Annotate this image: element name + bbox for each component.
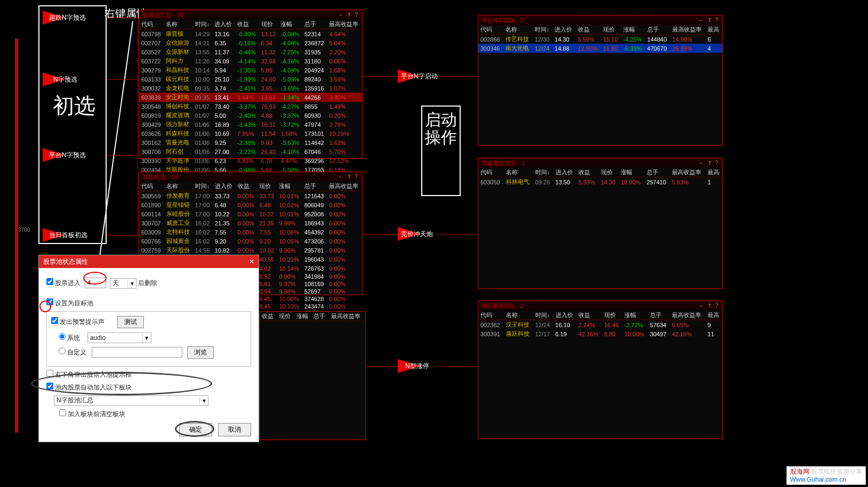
table-row[interactable]: 300391康跃科技12/176.1942.16%8.8010.00%30497…	[478, 329, 722, 338]
pool-title-icons[interactable]: ← ⇑ ?	[698, 301, 719, 311]
table-row[interactable]: 300706阿石创01/0627.00-2.22%26.40-4.10%6704…	[139, 147, 362, 156]
unit-combo[interactable]: 天▾	[110, 278, 136, 289]
table-row[interactable]: 601890亚星锚链17:006.480.00%6.4810.02%806049…	[139, 200, 362, 209]
table-row[interactable]: 002759天际股份14:5510.820.00%10.829.96%29578…	[139, 246, 362, 255]
column-header[interactable]: 涨幅	[622, 311, 648, 320]
test-button[interactable]: 测试	[117, 316, 144, 328]
pool-title-icons[interactable]: ← ⇑ ?	[338, 172, 359, 182]
table-row[interactable]: 300559佳发教育17:0033.730.00%33.7310.01%1216…	[139, 191, 362, 201]
days-input[interactable]	[85, 278, 106, 288]
column-header[interactable]: 进入价	[553, 168, 577, 177]
table-row[interactable]: 002866传艺科技12/3014.305.59%15.10-4.25%1448…	[478, 35, 722, 44]
table-row[interactable]: 300162雷曼光电01/069.25-2.38%9.03-3.63%11484…	[139, 138, 362, 147]
column-header[interactable]: 现价	[259, 20, 279, 29]
column-header[interactable]: 名称	[164, 20, 192, 29]
column-header[interactable]: 时间↓	[193, 182, 213, 191]
column-header[interactable]: 最高收益率	[329, 312, 365, 321]
column-header[interactable]: 代码	[478, 168, 504, 177]
pool-title-icons[interactable]: ← ⇑ ?	[338, 10, 359, 20]
column-header[interactable]: 总手	[302, 20, 327, 29]
column-header[interactable]: 收益	[576, 168, 599, 177]
sector-combo[interactable]: N字股池汇总▾	[54, 395, 208, 406]
column-header[interactable]: 最高	[705, 168, 722, 177]
browse-button[interactable]: 浏览	[187, 346, 214, 359]
table-row[interactable]: 300390天华超净01/066.238.83%6.784.47%3692961…	[139, 156, 362, 165]
checkbox-stock-enter[interactable]: 股票进入	[46, 279, 81, 287]
ok-button[interactable]: 确定	[179, 423, 212, 436]
column-header[interactable]: 现价	[257, 182, 277, 191]
table-row[interactable]: 300346南大光电12/2414.8812.90%16.80-6.35%470…	[478, 44, 722, 53]
column-header[interactable]: 最高收益率	[670, 25, 705, 35]
table-row[interactable]: 300707威唐工业16:0221.350.00%21.359.99%18694…	[139, 218, 362, 228]
column-header[interactable]: 收益	[576, 311, 602, 320]
column-header[interactable]: 时间↓	[533, 311, 553, 320]
column-header[interactable]: 名称	[504, 168, 533, 177]
checkbox-clear-before[interactable]: 加入板块前清空板块	[59, 410, 125, 418]
checkbox-alert-sound[interactable]: 发出预警提示声	[51, 318, 105, 326]
column-header[interactable]: 收益	[235, 20, 259, 29]
column-header[interactable]: 代码	[478, 311, 504, 320]
column-header[interactable]: 涨幅	[618, 168, 644, 177]
column-header[interactable]: 最高	[705, 25, 722, 35]
column-header[interactable]: 收益	[576, 25, 601, 35]
radio-system[interactable]: 系统	[59, 334, 80, 342]
column-header[interactable]: 进入价	[553, 311, 577, 320]
checkbox-popup-tip[interactable]: 右下角弹出股票入池提示框	[46, 371, 132, 378]
table-row[interactable]: 600114东睦股份17:0010.220.00%10.2210.01%9528…	[139, 209, 362, 218]
table-row[interactable]: 600819耀皮玻璃01/075.00-2.40%4.88-3.37%60930…	[139, 111, 362, 120]
column-header[interactable]: 最高收益率	[670, 168, 705, 177]
column-header[interactable]: 名称	[504, 311, 533, 320]
column-header[interactable]: 收益	[260, 312, 277, 321]
column-header[interactable]: 名称	[164, 182, 193, 191]
column-header[interactable]: 总手	[302, 182, 327, 191]
column-header[interactable]: 时间↓	[533, 25, 552, 35]
table-row[interactable]: 300548博创科技01/0773.40-3.37%70.93-4.27%885…	[139, 102, 362, 111]
custom-audio-input[interactable]	[92, 347, 182, 358]
column-header[interactable]: 最高收益率	[670, 311, 705, 320]
column-header[interactable]: 现价	[277, 312, 294, 321]
column-header[interactable]: 进入价	[213, 182, 236, 191]
cancel-button[interactable]: 取消	[218, 423, 251, 436]
table-row[interactable]: 603839安正时尚09:3513.411.64%13.63-1.94%4426…	[139, 93, 362, 102]
checkbox-set-target[interactable]: 设置为目标池	[46, 299, 93, 307]
audio-combo[interactable]: audio▾	[87, 332, 151, 343]
table-row[interactable]: 603626科森科技01/0610.697.95%11.541.58%17310…	[139, 129, 362, 138]
table-row[interactable]: 603798康普顿14:2913.16-0.30%13.12-0.08%5231…	[139, 29, 362, 39]
column-header[interactable]: 总手	[645, 25, 670, 35]
column-header[interactable]: 现价	[601, 25, 621, 35]
column-header[interactable]: 时间↓	[533, 168, 553, 177]
pool-title-icons[interactable]: ← ⇑ ?	[698, 15, 719, 25]
table-row[interactable]: 300032金龙机电09:353.74-2.41%3.65-3.69%13591…	[139, 84, 362, 93]
column-header[interactable]: 涨幅	[294, 312, 311, 321]
pool-title-icons[interactable]: ← ⇑ ?	[698, 158, 719, 168]
close-icon[interactable]: ✕	[249, 255, 254, 268]
column-header[interactable]: 代码	[139, 182, 164, 191]
column-header[interactable]: 涨幅	[621, 25, 645, 35]
table-row[interactable]: 002362汉王科技12/2416.102.24%16.46-2.72%5763…	[478, 320, 722, 330]
column-header[interactable]: 总手	[648, 311, 670, 320]
table-row[interactable]: 603133碳元科技10:0025.10-1.99%24.60-5.09%892…	[139, 75, 362, 84]
column-header[interactable]: 总手	[311, 312, 328, 321]
table-row[interactable]: 002707众信旅游14:216.35-0.16%6.34-4.08%23687…	[139, 38, 362, 47]
radio-custom[interactable]: 自定义	[59, 348, 86, 356]
table-row[interactable]: 600766园城黄金16:029.200.00%9.2010.05%473206…	[139, 237, 362, 246]
column-header[interactable]: 最高	[705, 311, 722, 320]
table-row[interactable]: 300279和晶科技10:145.94-1.35%5.86-4.09%20492…	[139, 66, 362, 75]
column-header[interactable]: 名称	[503, 25, 533, 35]
column-header[interactable]: 最高收益率	[327, 182, 362, 191]
table-row[interactable]: 300429强力新材01/0616.89-3.43%16.31-3.72%479…	[139, 120, 362, 129]
column-header[interactable]: 时间↓	[193, 20, 213, 29]
column-header[interactable]: 代码	[139, 20, 164, 29]
column-header[interactable]: 进入价	[552, 25, 575, 35]
checkbox-auto-add[interactable]: 池内股票自动加入以下板块	[46, 384, 132, 391]
column-header[interactable]: 最高收益率	[327, 20, 362, 29]
table-row[interactable]: 603527众源新材13:5511.37-0.44%11.32-2.25%319…	[139, 47, 362, 56]
column-header[interactable]: 进入价	[212, 20, 235, 29]
column-header[interactable]: 现价	[599, 168, 619, 177]
table-row[interactable]: 603050科林电气09:2813.505.93%14.3010.00%2574…	[478, 177, 722, 187]
column-header[interactable]: 总手	[645, 168, 670, 177]
table-row[interactable]: 603722阿科力11:2634.09-4.14%32.68-4.16%3118…	[139, 56, 362, 66]
column-header[interactable]: 涨幅	[278, 20, 302, 29]
column-header[interactable]: 现价	[602, 311, 622, 320]
column-header[interactable]: 代码	[478, 25, 503, 35]
